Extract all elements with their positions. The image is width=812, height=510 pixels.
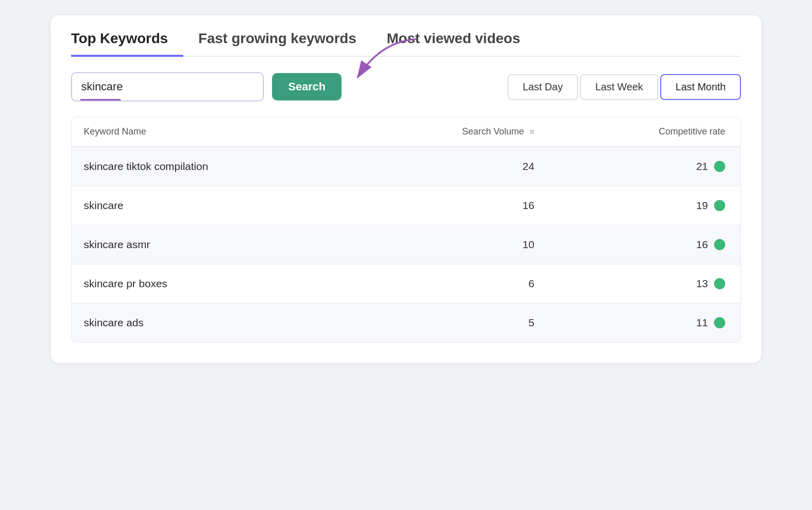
cell-competitive: 13 bbox=[565, 264, 740, 303]
cell-volume: 16 bbox=[350, 186, 565, 225]
competitive-dot bbox=[714, 239, 725, 250]
period-last-month[interactable]: Last Month bbox=[660, 74, 741, 100]
period-last-week[interactable]: Last Week bbox=[580, 74, 658, 100]
cell-competitive: 11 bbox=[565, 303, 740, 343]
cell-competitive: 16 bbox=[565, 225, 740, 264]
cell-keyword: skincare pr boxes bbox=[72, 264, 350, 303]
search-input[interactable] bbox=[71, 72, 264, 101]
search-underline bbox=[80, 99, 121, 100]
cell-competitive: 19 bbox=[565, 186, 740, 225]
keywords-table-wrapper: Keyword Name Search Volume ≡ Competitive… bbox=[71, 117, 741, 343]
competitive-dot bbox=[714, 161, 725, 172]
competitive-dot bbox=[714, 317, 725, 328]
competitive-value: 13 bbox=[696, 278, 708, 290]
col-header-keyword: Keyword Name bbox=[72, 117, 350, 147]
table-row: skincare ads511 bbox=[72, 303, 740, 343]
cell-keyword: skincare ads bbox=[72, 303, 350, 343]
table-row: skincare tiktok compilation2421 bbox=[72, 147, 740, 186]
tab-fast-growing[interactable]: Fast growing keywords bbox=[198, 30, 371, 56]
filter-icon[interactable]: ≡ bbox=[529, 127, 534, 137]
search-input-wrapper bbox=[71, 72, 264, 101]
search-button[interactable]: Search bbox=[272, 73, 342, 100]
cell-keyword: skincare tiktok compilation bbox=[72, 147, 350, 186]
period-last-day[interactable]: Last Day bbox=[507, 74, 578, 100]
cell-keyword: skincare bbox=[72, 186, 350, 225]
table-row: skincare pr boxes613 bbox=[72, 264, 740, 303]
competitive-value: 19 bbox=[696, 199, 708, 212]
period-filter-group: Last Day Last Week Last Month bbox=[507, 74, 741, 100]
col-header-competitive: Competitive rate bbox=[565, 117, 740, 147]
main-container: Top Keywords Fast growing keywords Most … bbox=[51, 15, 761, 363]
cell-volume: 6 bbox=[350, 264, 565, 303]
cell-volume: 24 bbox=[350, 147, 565, 186]
competitive-value: 21 bbox=[696, 160, 708, 173]
cell-keyword: skincare asmr bbox=[72, 225, 350, 264]
cell-volume: 10 bbox=[350, 225, 565, 264]
competitive-dot bbox=[714, 200, 725, 211]
table-row: skincare asmr1016 bbox=[72, 225, 740, 264]
table-header-row: Keyword Name Search Volume ≡ Competitive… bbox=[72, 117, 740, 147]
search-row: Search Last Day Last Week Last Month bbox=[71, 72, 741, 101]
keywords-table: Keyword Name Search Volume ≡ Competitive… bbox=[72, 117, 740, 342]
competitive-value: 16 bbox=[696, 239, 708, 251]
cell-volume: 5 bbox=[350, 303, 565, 343]
table-row: skincare1619 bbox=[72, 186, 740, 225]
competitive-dot bbox=[714, 278, 725, 289]
tab-top-keywords[interactable]: Top Keywords bbox=[71, 30, 183, 57]
table-body: skincare tiktok compilation2421skincare1… bbox=[72, 147, 740, 342]
competitive-value: 11 bbox=[696, 317, 708, 329]
cell-competitive: 21 bbox=[565, 147, 740, 186]
tab-most-viewed[interactable]: Most viewed videos bbox=[387, 30, 535, 56]
tabs-bar: Top Keywords Fast growing keywords Most … bbox=[71, 30, 741, 57]
col-header-volume: Search Volume ≡ bbox=[350, 117, 565, 147]
